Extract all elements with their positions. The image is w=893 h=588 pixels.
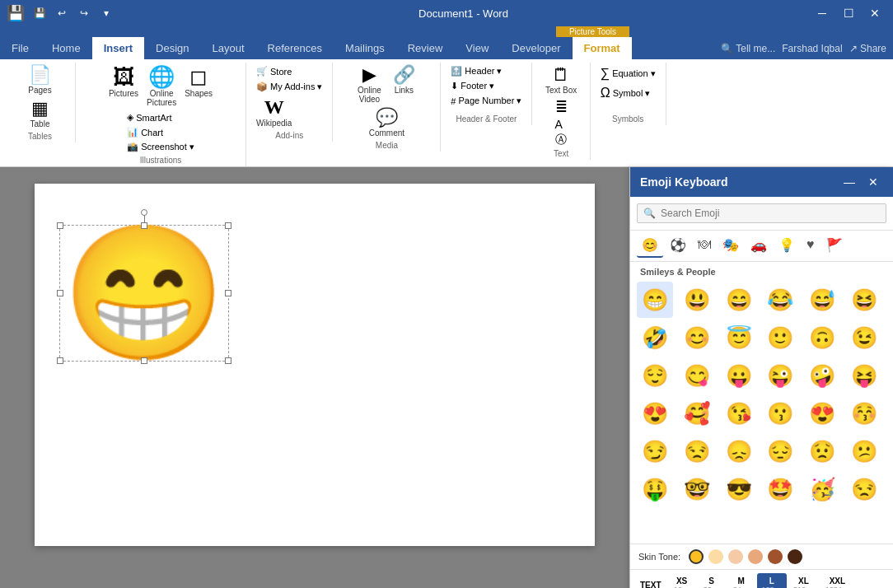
online-pictures-button[interactable]: 🌐 OnlinePictures <box>143 64 180 109</box>
links-button[interactable]: 🔗 Links <box>387 64 420 96</box>
embedded-emoji[interactable]: 😁 <box>59 225 229 362</box>
equation-button[interactable]: ∑ Equation ▾ <box>597 64 659 82</box>
chart-button[interactable]: 📊 Chart <box>124 125 198 139</box>
emoji-cell[interactable]: 😂 <box>762 282 798 318</box>
emoji-cell[interactable]: 🤣 <box>637 320 673 356</box>
header-button[interactable]: 🔝 Header ▾ <box>447 64 505 78</box>
handle-top-right[interactable] <box>225 222 231 229</box>
tab-references[interactable]: References <box>256 37 334 59</box>
emoji-cell[interactable]: 😝 <box>846 357 882 394</box>
emoji-cell[interactable]: 🤑 <box>637 471 673 507</box>
emoji-cell[interactable]: 😍 <box>637 395 673 432</box>
emoji-cell[interactable]: 😎 <box>721 471 757 507</box>
pictures-button[interactable]: 🖼 Pictures <box>105 64 142 100</box>
textbox-button[interactable]: 🗒 Text Box <box>542 64 580 96</box>
tab-layout[interactable]: Layout <box>201 37 256 59</box>
user-account[interactable]: Farshad Iqbal <box>782 43 842 54</box>
emoji-cell[interactable]: 😒 <box>846 471 882 507</box>
handle-bottom-middle[interactable] <box>141 357 147 364</box>
emoji-cell[interactable]: 🥳 <box>804 471 840 507</box>
panel-close-button[interactable]: ✕ <box>863 174 883 190</box>
close-button[interactable]: ✕ <box>863 2 886 25</box>
emoji-cell[interactable]: 😞 <box>721 433 757 469</box>
emoji-cell[interactable]: 😋 <box>679 357 715 394</box>
size-xxl[interactable]: XXL 1024px <box>821 573 855 588</box>
size-xs[interactable]: XS 16px <box>668 573 696 588</box>
size-l[interactable]: L 128px <box>757 573 788 588</box>
redo-button[interactable]: ↪ <box>74 3 94 23</box>
emoji-cell[interactable]: 😗 <box>762 395 798 432</box>
tab-view[interactable]: View <box>454 37 500 59</box>
cat-symbols[interactable]: ♥ <box>802 234 820 258</box>
comment-button[interactable]: 💬 Comment <box>366 107 408 139</box>
emoji-cell[interactable]: 😍 <box>804 395 840 432</box>
emoji-cell[interactable]: 🙃 <box>804 320 840 356</box>
maximize-button[interactable]: ☐ <box>837 2 860 25</box>
table-button[interactable]: ▦ Table <box>23 98 56 130</box>
pages-button[interactable]: 📄 Pages <box>23 64 56 96</box>
tab-mailings[interactable]: Mailings <box>334 37 396 59</box>
emoji-cell[interactable]: 😁 <box>637 282 673 318</box>
skin-tone-medium-dark[interactable] <box>768 549 783 564</box>
emoji-cell[interactable]: 😌 <box>637 357 673 394</box>
emoji-cell[interactable]: 😔 <box>762 433 798 469</box>
size-s[interactable]: S 32px <box>698 573 726 588</box>
handle-top-left[interactable] <box>57 222 63 229</box>
emoji-cell[interactable]: 😟 <box>804 433 840 469</box>
wikipedia-button[interactable]: W Wikipedia <box>253 96 295 129</box>
emoji-cell[interactable]: 😏 <box>637 433 673 469</box>
skin-tone-medium-light[interactable] <box>728 549 743 564</box>
undo-button[interactable]: ↩ <box>52 3 72 23</box>
quick-parts-button[interactable]: ≣ <box>555 98 568 116</box>
symbol-button[interactable]: Ω Symbol ▾ <box>597 84 654 102</box>
emoji-cell[interactable]: 😒 <box>679 433 715 469</box>
cat-travel[interactable]: 🚗 <box>746 234 772 258</box>
search-input[interactable] <box>637 203 886 223</box>
tell-me-button[interactable]: 🔍 Tell me... <box>721 43 775 54</box>
emoji-cell[interactable]: 🤓 <box>679 471 715 507</box>
emoji-cell[interactable]: 😕 <box>846 433 882 469</box>
emoji-cell[interactable]: 😃 <box>679 282 715 318</box>
share-button[interactable]: ↗ Share <box>849 43 886 54</box>
shapes-button[interactable]: ◻ Shapes <box>181 64 216 100</box>
handle-top-middle[interactable] <box>141 222 147 229</box>
emoji-cell[interactable]: 🤪 <box>804 357 840 394</box>
document-page[interactable]: 😁 <box>35 184 595 546</box>
handle-middle-left[interactable] <box>57 290 63 296</box>
tab-design[interactable]: Design <box>144 37 200 59</box>
cat-flags[interactable]: 🚩 <box>821 234 848 258</box>
dropcap-button[interactable]: Ⓐ <box>555 133 568 147</box>
tab-review[interactable]: Review <box>396 37 455 59</box>
skin-tone-medium[interactable] <box>748 549 763 564</box>
emoji-cell[interactable]: 😘 <box>721 395 757 432</box>
emoji-cell[interactable]: 😅 <box>804 282 840 318</box>
store-button[interactable]: 🛒 Store <box>253 64 295 78</box>
emoji-cell[interactable]: 😚 <box>846 395 882 432</box>
cat-food[interactable]: 🍽 <box>693 234 716 258</box>
size-text[interactable]: TEXT <box>635 577 666 588</box>
tab-developer[interactable]: Developer <box>500 37 572 59</box>
emoji-cell[interactable]: 😉 <box>846 320 882 356</box>
emoji-cell[interactable]: 🙂 <box>762 320 798 356</box>
my-addins-button[interactable]: 📦 My Add-ins ▾ <box>253 80 325 94</box>
panel-minimize-button[interactable]: — <box>839 174 860 190</box>
emoji-cell[interactable]: 😆 <box>846 282 882 318</box>
screenshot-button[interactable]: 📸 Screenshot ▾ <box>124 140 198 154</box>
save-button[interactable]: 💾 <box>30 3 49 23</box>
emoji-cell[interactable]: 😄 <box>721 282 757 318</box>
handle-bottom-left[interactable] <box>57 357 63 364</box>
skin-tone-light[interactable] <box>708 549 723 564</box>
cat-objects[interactable]: 💡 <box>774 234 800 258</box>
page-number-button[interactable]: # Page Number ▾ <box>447 94 525 108</box>
tab-file[interactable]: File <box>0 37 40 59</box>
rotate-handle[interactable] <box>141 209 147 216</box>
online-video-button[interactable]: ▶ OnlineVideo <box>353 64 386 105</box>
cat-activities[interactable]: 🎭 <box>718 234 744 258</box>
handle-bottom-right[interactable] <box>225 357 231 364</box>
cat-smileys[interactable]: 😊 <box>637 234 663 258</box>
footer-button[interactable]: ⬇ Footer ▾ <box>447 79 498 93</box>
skin-tone-dark[interactable] <box>788 549 802 564</box>
cat-sports[interactable]: ⚽ <box>665 234 691 258</box>
handle-middle-right[interactable] <box>225 290 231 296</box>
more-button[interactable]: ▾ <box>96 3 116 23</box>
